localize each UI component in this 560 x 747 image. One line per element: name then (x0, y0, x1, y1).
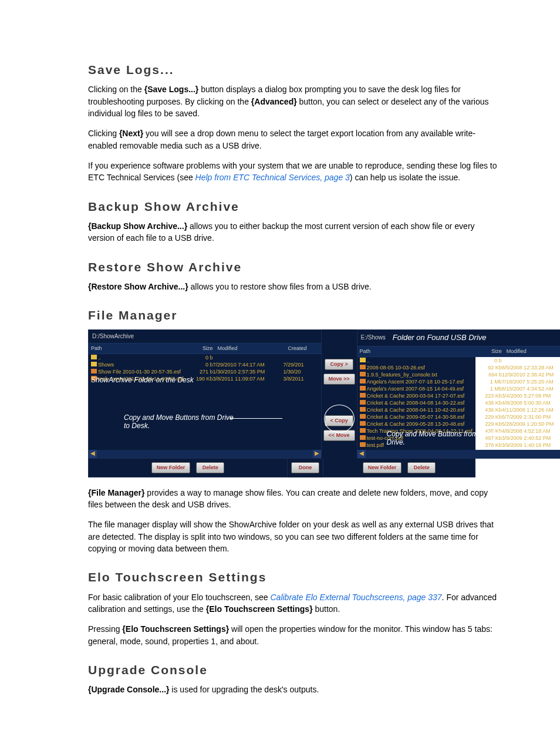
folder-icon (360, 358, 366, 362)
file-icon (360, 421, 366, 426)
folder-icon (91, 355, 97, 359)
file-icon (360, 428, 366, 433)
file-icon (360, 442, 366, 447)
text: is used for upgrading the desk's outputs… (169, 685, 319, 694)
right-headers: Path Size Modified (357, 346, 560, 357)
text: allows you to restore show files from a … (188, 282, 372, 291)
right-path: E:/Shows (361, 334, 386, 342)
file-row[interactable]: Show File 2010-01-30 20-57-35.esf271 b1/… (89, 368, 321, 375)
file-row[interactable]: Cricket & Cache 2008-04-11 10-42-20.esf4… (357, 406, 560, 413)
file-icon (360, 372, 366, 376)
file-icon (360, 393, 366, 398)
para: Clicking on the {Save Logs...} button di… (88, 83, 501, 119)
done-button[interactable]: Done (291, 462, 319, 473)
left-scrollbar[interactable]: ◀ ▶ (89, 450, 321, 458)
annot-copy-move-right: Copy and Move Buttons from Desk to Drive… (387, 430, 504, 447)
folder-icon (91, 362, 97, 366)
file-icon (91, 369, 97, 374)
text: ) can help us isolate the issue. (350, 173, 460, 182)
file-icon (360, 365, 366, 369)
heading-save-logs: Save Logs... (88, 61, 501, 79)
file-icon (360, 386, 366, 391)
para: For basic calibration of your Elo touchs… (88, 591, 501, 615)
para: If you experience software problems with… (88, 160, 501, 184)
link-calibrate-elo[interactable]: Calibrate Elo External Touchscreens, pag… (271, 593, 442, 602)
col-modified[interactable]: Modified (215, 344, 286, 354)
right-pane: E:/Shows Folder on Found USB Drive Path … (357, 329, 560, 459)
file-row[interactable]: Cricket & Cache 2000-03-04 17-27-07.esf2… (357, 392, 560, 399)
new-folder-button-right[interactable]: New Folder (363, 462, 402, 473)
file-icon (360, 407, 366, 412)
right-pathbar: E:/Shows Folder on Found USB Drive (357, 330, 560, 346)
file-row[interactable]: Cricket & Cache 2009-05-28 13-20-48.esf2… (357, 420, 560, 428)
file-row[interactable]: 2008-08-05 10-03-26.esf92 Kb8/5/2008 12:… (357, 364, 560, 371)
left-headers: Path Size Modified Created (89, 343, 321, 354)
file-manager-screenshot: D:/ShowArchive Path Size Modified Create… (88, 329, 475, 477)
circle-annot-icon (324, 405, 355, 433)
ui-ref: {Save Logs...} (144, 85, 199, 94)
move-right-button[interactable]: Move >> (323, 374, 355, 385)
ui-ref: {Elo Touchscreen Settings} (122, 624, 229, 634)
scroll-left-icon[interactable]: ◀ (357, 450, 366, 458)
left-pane: D:/ShowArchive Path Size Modified Create… (88, 329, 322, 459)
right-caption: Folder on Found USB Drive (393, 332, 487, 344)
right-scrollbar[interactable]: ◀ ▶ (357, 450, 560, 458)
para: The file manager display will show the S… (88, 519, 501, 554)
heading-file-manager: File Manager (88, 307, 501, 324)
new-folder-button-left[interactable]: New Folder (151, 462, 191, 473)
ui-ref: {Upgrade Console...} (88, 685, 169, 694)
heading-restore: Restore Show Archive (88, 258, 501, 276)
col-size[interactable]: Size (186, 344, 215, 354)
text: For basic calibration of your Elo touchs… (88, 593, 271, 602)
para: {File Manager} provides a way to manage … (88, 487, 501, 511)
para: {Upgrade Console...} is used for upgradi… (88, 684, 501, 695)
file-icon (360, 414, 366, 419)
para: {Restore Show Archive...} allows you to … (88, 281, 501, 292)
left-pathbar: D:/ShowArchive (89, 330, 321, 344)
file-row[interactable]: Cricket & Cache 2009-05-07 14-30-58.esf2… (357, 413, 560, 420)
para: Pressing {Elo Touchscreen Settings} will… (88, 623, 501, 647)
text: Clicking on the (88, 85, 144, 94)
copy-right-button[interactable]: Copy > (325, 359, 353, 370)
scroll-right-icon[interactable]: ▶ (313, 450, 321, 458)
file-row[interactable]: Cricket & Cache 2008-04-08 14-30-22.esf4… (357, 399, 560, 406)
text: Clicking (88, 129, 119, 138)
col-path[interactable]: Path (89, 344, 186, 354)
delete-button-left[interactable]: Delete (196, 462, 224, 473)
heading-upgrade: Upgrade Console (88, 661, 501, 679)
text: Pressing (88, 624, 122, 634)
file-row[interactable]: ..0 b (357, 357, 560, 364)
left-filelist[interactable]: ..0 bShows0 b7/29/2010 7:44:17 AM7/29/20… (89, 354, 321, 454)
file-row[interactable]: ..0 b (89, 354, 321, 361)
file-row[interactable]: Angela's Ascent 2007-08-15 14-04-49.esf1… (357, 385, 560, 392)
center-buttons: Copy > Move >> < Copy << Move (322, 329, 357, 459)
delete-button-right[interactable]: Delete (407, 462, 436, 473)
para: Clicking {Next} you will see a drop down… (88, 127, 501, 152)
text: button. (313, 604, 340, 614)
col-created[interactable]: Created (286, 344, 321, 354)
heading-elo: Elo Touchscreen Settings (88, 568, 501, 586)
file-icon (360, 379, 366, 383)
file-row[interactable]: Shows0 b7/29/2010 7:44:17 AM7/29/201 (89, 361, 321, 368)
col-modified[interactable]: Modified (504, 346, 560, 356)
para: {Backup Show Archive...} allows you to e… (88, 220, 501, 244)
file-icon (360, 400, 366, 405)
col-size[interactable]: Size (475, 346, 504, 356)
ui-ref: {Next} (119, 129, 143, 138)
ui-ref: {File Manager} (88, 488, 144, 497)
ui-ref: {Backup Show Archive...} (88, 221, 187, 231)
file-row[interactable]: 1.9.5_features_by_console.txt694 b12/9/2… (357, 371, 560, 378)
heading-backup: Backup Show Archive (88, 198, 501, 216)
text: provides a way to manage show files. You… (88, 488, 488, 509)
annot-showarchive: ShowArchive Folder on the Desk (91, 376, 208, 384)
link-tech-services[interactable]: Help from ETC Technical Services, page 3 (195, 173, 350, 182)
file-icon (360, 435, 366, 440)
text: you will see a drop down menu to select … (88, 129, 475, 150)
ui-ref: {Advanced} (251, 97, 297, 106)
ui-ref: {Restore Show Archive...} (88, 282, 188, 291)
col-path[interactable]: Path (357, 346, 475, 356)
left-path: D:/ShowArchive (92, 332, 134, 341)
annot-copy-move-left: Copy and Move Buttons from Drive to Desk… (124, 413, 241, 430)
file-row[interactable]: Angela's Ascent 2007-07-18 10-25-17.esf1… (357, 378, 560, 385)
scroll-left-icon[interactable]: ◀ (89, 450, 97, 458)
